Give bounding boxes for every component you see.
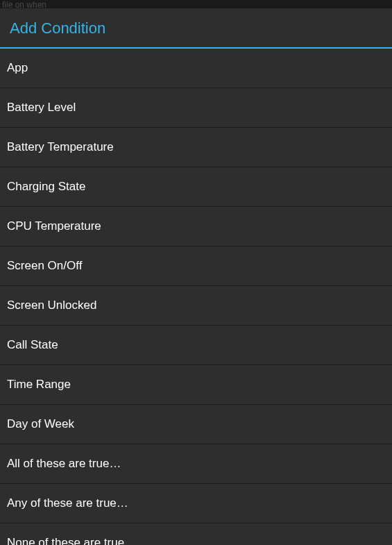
list-item-label: Charging State xyxy=(7,180,85,193)
list-item-label: Screen On/Off xyxy=(7,259,82,272)
list-item-label: App xyxy=(7,61,28,74)
dialog-title: Add Condition xyxy=(10,19,382,37)
dialog-header: Add Condition xyxy=(0,8,392,49)
list-item-label: Day of Week xyxy=(7,417,74,430)
condition-item-cpu-temperature[interactable]: CPU Temperature xyxy=(0,207,392,246)
condition-item-none-true[interactable]: None of these are true… xyxy=(0,523,392,545)
condition-item-charging-state[interactable]: Charging State xyxy=(0,167,392,207)
list-item-label: All of these are true… xyxy=(7,457,121,470)
condition-item-app[interactable]: App xyxy=(0,49,392,88)
condition-item-day-of-week[interactable]: Day of Week xyxy=(0,405,392,444)
list-item-label: Screen Unlocked xyxy=(7,299,96,312)
condition-item-all-true[interactable]: All of these are true… xyxy=(0,444,392,484)
list-item-label: Any of these are true… xyxy=(7,496,128,510)
condition-item-call-state[interactable]: Call State xyxy=(0,326,392,365)
condition-item-time-range[interactable]: Time Range xyxy=(0,365,392,405)
condition-item-battery-temperature[interactable]: Battery Temperature xyxy=(0,128,392,167)
condition-item-battery-level[interactable]: Battery Level xyxy=(0,88,392,128)
list-item-label: None of these are true… xyxy=(7,536,136,545)
condition-item-screen-on-off[interactable]: Screen On/Off xyxy=(0,246,392,286)
list-item-label: CPU Temperature xyxy=(7,219,101,233)
list-item-label: Call State xyxy=(7,338,58,351)
list-item-label: Battery Temperature xyxy=(7,140,114,153)
condition-item-screen-unlocked[interactable]: Screen Unlocked xyxy=(0,286,392,326)
condition-list: App Battery Level Battery Temperature Ch… xyxy=(0,49,392,545)
list-item-label: Time Range xyxy=(7,378,71,391)
condition-item-any-true[interactable]: Any of these are true… xyxy=(0,484,392,523)
add-condition-dialog: Add Condition App Battery Level Battery … xyxy=(0,8,392,545)
list-item-label: Battery Level xyxy=(7,101,76,114)
